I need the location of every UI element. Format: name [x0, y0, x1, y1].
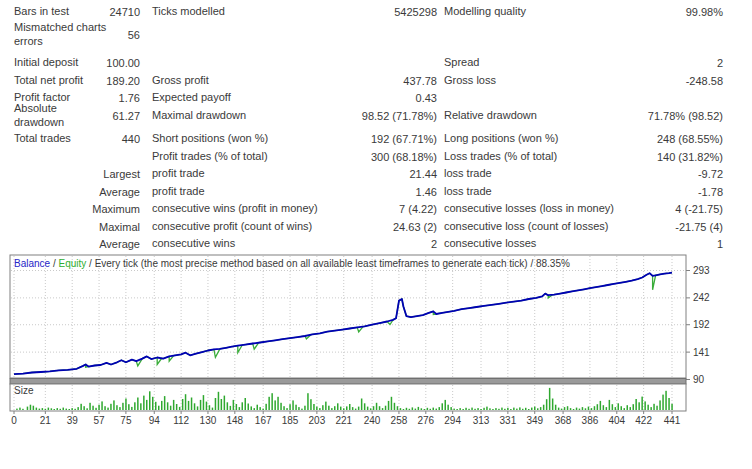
size-bar — [647, 405, 649, 410]
stat-label: Mismatched charts errors — [14, 21, 108, 49]
y-axis-label: 90 — [693, 374, 705, 385]
size-bar — [352, 407, 354, 410]
stat-value: 5425298 — [390, 6, 437, 18]
size-bar — [227, 402, 229, 410]
size-bar — [615, 407, 617, 410]
size-bar — [594, 406, 596, 410]
x-axis-label: 0 — [11, 415, 17, 426]
size-bar — [322, 405, 324, 410]
stat-value: 100.00 — [102, 57, 140, 69]
size-bar — [516, 409, 518, 410]
size-bar — [445, 400, 447, 410]
size-bar — [71, 408, 73, 410]
stat-label: consecutive wins — [152, 237, 235, 251]
size-bar — [286, 408, 288, 410]
size-bar — [45, 409, 47, 410]
size-bar — [295, 405, 297, 410]
stat-value: 4 (-21.75) — [671, 203, 723, 215]
size-bar — [671, 404, 673, 410]
size-bar — [337, 403, 339, 410]
x-axis-label: 112 — [173, 415, 189, 426]
size-bar — [385, 406, 387, 410]
table-row: Total net profit 189.20 Gross profit 437… — [0, 72, 752, 90]
size-bar — [543, 405, 545, 410]
size-bar — [453, 409, 455, 410]
size-bar — [182, 399, 184, 410]
stat-value: 192 (67.71%) — [367, 133, 437, 145]
size-bar — [591, 408, 593, 410]
size-bar — [609, 400, 611, 410]
stat-value: 248 (68.55%) — [653, 133, 723, 145]
size-bar — [504, 409, 506, 410]
stat-label: Loss trades (% of total) — [444, 150, 557, 164]
size-bar — [146, 400, 148, 410]
size-bar — [665, 391, 667, 410]
stat-value: 56 — [124, 29, 140, 41]
size-bar — [630, 407, 632, 410]
stat-value: 1.46 — [412, 186, 437, 198]
y-axis-label: 242 — [693, 292, 710, 303]
size-bar — [656, 406, 658, 410]
size-bar — [254, 408, 256, 410]
size-bar — [510, 409, 512, 410]
stat-group-3: Spread 2 — [444, 56, 723, 70]
size-bar — [119, 407, 121, 410]
size-bar — [158, 406, 160, 410]
stat-value: 140 (31.82%) — [653, 151, 723, 163]
stat-group-3: consecutive losses (loss in money) 4 (-2… — [444, 202, 723, 216]
stat-label: Spread — [444, 56, 479, 70]
size-bar — [373, 406, 375, 410]
size-bar — [116, 405, 118, 410]
size-bar — [176, 404, 178, 410]
size-bar — [248, 404, 250, 411]
size-bar — [644, 401, 646, 410]
stat-group-3: consecutive losses 1 — [444, 237, 723, 251]
stat-label: profit trade — [152, 167, 205, 181]
stat-value: 440 — [118, 133, 140, 145]
size-bar — [122, 403, 124, 410]
stat-group-2: Maximal drawdown 98.52 (71.78%) — [152, 109, 437, 123]
size-bar — [107, 408, 109, 410]
size-bar — [230, 406, 232, 410]
size-bar — [668, 398, 670, 410]
stat-label: loss trade — [444, 185, 492, 199]
size-bar — [283, 406, 285, 410]
stat-group-1: Absolute drawdown 61.27 — [14, 102, 140, 130]
balance-equity-chart: Balance / Equity / Every tick (the most … — [0, 252, 752, 469]
size-bar — [170, 406, 172, 410]
size-bar — [638, 402, 640, 410]
size-bar — [585, 408, 587, 410]
size-bar — [271, 393, 273, 410]
size-bar — [653, 404, 655, 410]
size-bar — [564, 407, 566, 410]
stat-value: 24.63 (2) — [389, 221, 437, 233]
stat-group-2: profit trade 1.46 — [152, 185, 437, 199]
size-bar — [200, 400, 202, 410]
size-bar — [442, 403, 444, 410]
size-bar — [340, 407, 342, 410]
stat-value: 7 (4.22) — [395, 203, 437, 215]
size-bar — [292, 400, 294, 410]
size-bar — [143, 396, 145, 410]
size-bar — [358, 407, 360, 410]
stat-value: Average — [95, 238, 140, 250]
size-bar — [618, 403, 620, 410]
stat-group-1: Initial deposit 100.00 — [14, 56, 140, 70]
size-bar — [355, 409, 357, 410]
size-bar — [173, 400, 175, 410]
size-bar — [128, 404, 130, 410]
y-axis-label: 293 — [693, 265, 710, 276]
size-bar — [131, 407, 133, 410]
size-bar — [191, 398, 193, 411]
size-bar — [206, 402, 208, 410]
size-bar — [325, 402, 327, 410]
size-bar — [304, 406, 306, 410]
size-bar — [280, 403, 282, 410]
size-bar — [468, 409, 470, 410]
stat-group-1: Total net profit 189.20 — [14, 74, 140, 88]
size-bar — [388, 401, 390, 410]
stat-group-3: Loss trades (% of total) 140 (31.82%) — [444, 150, 723, 164]
table-row: Average profit trade 1.46 loss trade -1.… — [0, 183, 752, 201]
stat-group-1: Total trades 440 — [14, 132, 140, 146]
stat-group-2: Expected payoff 0.43 — [152, 91, 437, 105]
